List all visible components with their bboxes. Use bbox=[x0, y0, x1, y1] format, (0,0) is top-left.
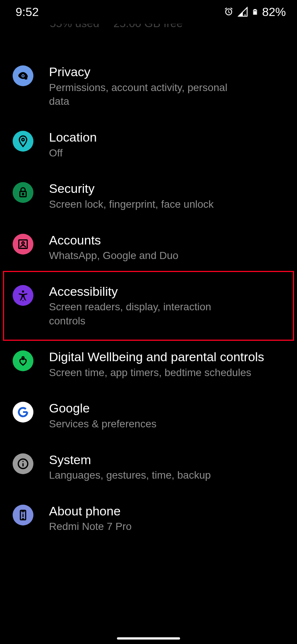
settings-item-about-phone[interactable]: About phone Redmi Note 7 Pro bbox=[0, 493, 297, 544]
settings-item-subtitle: Services & preferences bbox=[49, 417, 156, 431]
privacy-icon bbox=[13, 65, 33, 86]
settings-item-title: About phone bbox=[49, 503, 132, 519]
svg-point-3 bbox=[22, 138, 25, 141]
signal-icon: x bbox=[238, 7, 248, 17]
accessibility-icon bbox=[13, 285, 33, 306]
svg-rect-1 bbox=[254, 11, 257, 14]
svg-text:x: x bbox=[244, 13, 246, 17]
settings-item-digital-wellbeing[interactable]: Digital Wellbeing and parental controls … bbox=[0, 339, 297, 390]
account-icon bbox=[13, 234, 33, 255]
info-icon bbox=[13, 453, 33, 474]
svg-point-15 bbox=[22, 461, 23, 462]
settings-item-accessibility[interactable]: Accessibility Screen readers, display, i… bbox=[0, 273, 297, 339]
status-time: 9:52 bbox=[16, 5, 39, 19]
battery-icon bbox=[252, 6, 258, 17]
storage-row-cutoff: 55% used 25.00 GB free bbox=[0, 24, 297, 31]
settings-item-title: System bbox=[49, 452, 211, 468]
svg-rect-2 bbox=[25, 77, 27, 80]
settings-item-accounts[interactable]: Accounts WhatsApp, Google and Duo bbox=[0, 222, 297, 273]
svg-point-7 bbox=[22, 242, 25, 245]
settings-item-security[interactable]: Security Screen lock, fingerprint, face … bbox=[0, 170, 297, 221]
settings-item-system[interactable]: System Languages, gestures, time, backup bbox=[0, 441, 297, 493]
settings-item-title: Accessibility bbox=[49, 284, 249, 300]
settings-item-subtitle: Permissions, account activity, personal … bbox=[49, 81, 249, 109]
google-icon bbox=[13, 402, 33, 423]
settings-item-title: Privacy bbox=[49, 64, 249, 80]
settings-item-subtitle: Languages, gestures, time, backup bbox=[49, 468, 211, 482]
settings-item-subtitle: Off bbox=[49, 146, 97, 160]
status-icons: x 82% bbox=[223, 5, 286, 19]
settings-item-location[interactable]: Location Off bbox=[0, 119, 297, 170]
settings-list: Privacy Permissions, account activity, p… bbox=[0, 31, 297, 544]
status-bar: 9:52 x 82% bbox=[0, 0, 297, 24]
settings-item-subtitle: Redmi Note 7 Pro bbox=[49, 520, 132, 534]
settings-list-scroll[interactable]: 55% used 25.00 GB free Privacy Permissio… bbox=[0, 24, 297, 644]
settings-item-title: Google bbox=[49, 400, 156, 416]
settings-item-title: Accounts bbox=[49, 232, 179, 248]
settings-item-subtitle: Screen time, app timers, bedtime schedul… bbox=[49, 366, 257, 380]
settings-item-privacy[interactable]: Privacy Permissions, account activity, p… bbox=[0, 54, 297, 119]
svg-point-9 bbox=[20, 300, 21, 301]
battery-percent: 82% bbox=[262, 5, 286, 19]
location-icon bbox=[13, 131, 33, 152]
settings-item-google[interactable]: Google Services & preferences bbox=[0, 390, 297, 441]
svg-point-10 bbox=[23, 300, 24, 301]
wellbeing-icon bbox=[13, 350, 33, 371]
settings-item-title: Security bbox=[49, 181, 214, 197]
svg-point-12 bbox=[22, 357, 24, 359]
settings-item-subtitle: Screen lock, fingerprint, face unlock bbox=[49, 197, 214, 211]
alarm-icon bbox=[223, 7, 234, 17]
gesture-nav-bar[interactable] bbox=[117, 637, 180, 640]
svg-point-8 bbox=[22, 291, 24, 293]
phone-icon bbox=[13, 505, 33, 525]
settings-item-title: Location bbox=[49, 129, 97, 145]
svg-point-5 bbox=[22, 194, 24, 195]
settings-item-subtitle: WhatsApp, Google and Duo bbox=[49, 249, 179, 263]
svg-point-19 bbox=[23, 512, 24, 514]
settings-item-subtitle: Screen readers, display, interaction con… bbox=[49, 300, 249, 328]
lock-icon bbox=[13, 182, 33, 203]
settings-item-title: Digital Wellbeing and parental controls bbox=[49, 349, 264, 365]
svg-point-11 bbox=[25, 300, 26, 301]
